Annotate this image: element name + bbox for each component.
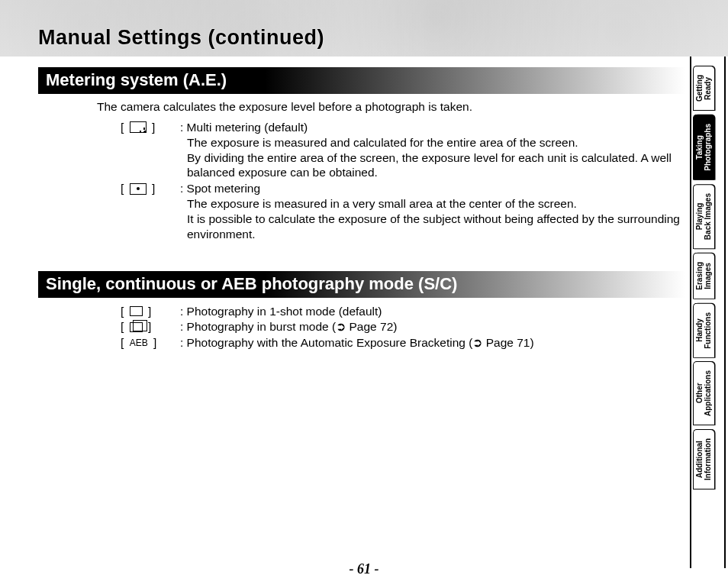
tab-erasing-images[interactable]: ErasingImages [693,253,714,299]
def-icon-cell: [ AEB ] [121,335,180,351]
burst-mode-icon [130,322,143,332]
def-icon-cell: [ ] [121,319,180,334]
def-icon-cell: [ ] [121,120,180,180]
side-tabs: GettingReady TakingPhotographs PlayingBa… [693,66,722,493]
def-row: [ ] : Spot metering The exposure is meas… [121,181,685,241]
rule-line [690,57,691,568]
def-icon-cell: [ ] [121,304,180,319]
metering-definitions: [ ] : Multi metering (default) The expos… [121,120,685,242]
def-desc: : Photography in 1-shot mode (default) [180,304,685,319]
single-shot-icon [130,306,143,316]
main-content: Metering system (A.E.) The camera calcul… [38,67,685,351]
rule-line [724,57,726,568]
section-mode-header: Single, continuous or AEB photography mo… [38,271,685,298]
def-row: [ ] : Multi metering (default) The expos… [121,120,685,180]
def-row: [ AEB ] : Photography with the Automatic… [121,335,685,351]
def-desc: : Spot metering The exposure is measured… [180,181,685,241]
page-number: - 61 - [0,561,728,577]
tab-handy-functions[interactable]: HandyFunctions [693,303,714,358]
aeb-mode-icon: AEB [130,338,148,349]
mode-definitions: [ ] : Photography in 1-shot mode (defaul… [121,304,685,351]
tab-getting-ready[interactable]: GettingReady [693,66,714,111]
tab-playing-back-images[interactable]: PlayingBack Images [693,184,714,249]
def-desc: : Multi metering (default) The exposure … [180,120,685,180]
def-desc: : Photography with the Automatic Exposur… [180,335,685,351]
def-row: [ ] : Photography in 1-shot mode (defaul… [121,304,685,319]
tab-other-applications[interactable]: OtherApplications [693,361,714,425]
def-icon-cell: [ ] [121,181,180,241]
section-mode: Single, continuous or AEB photography mo… [38,271,685,351]
page-title: Manual Settings (continued) [38,26,324,50]
def-desc: : Photography in burst mode (➲ Page 72) [180,319,685,334]
def-row: [ ] : Photography in burst mode (➲ Page … [121,319,685,334]
tab-additional-information[interactable]: AdditionalInformation [693,429,714,489]
spot-metering-icon [130,183,147,195]
multi-metering-icon [130,121,147,133]
section-metering-header: Metering system (A.E.) [38,67,685,94]
tab-taking-photographs[interactable]: TakingPhotographs [693,115,714,180]
section-metering-intro: The camera calculates the exposure level… [97,100,685,114]
